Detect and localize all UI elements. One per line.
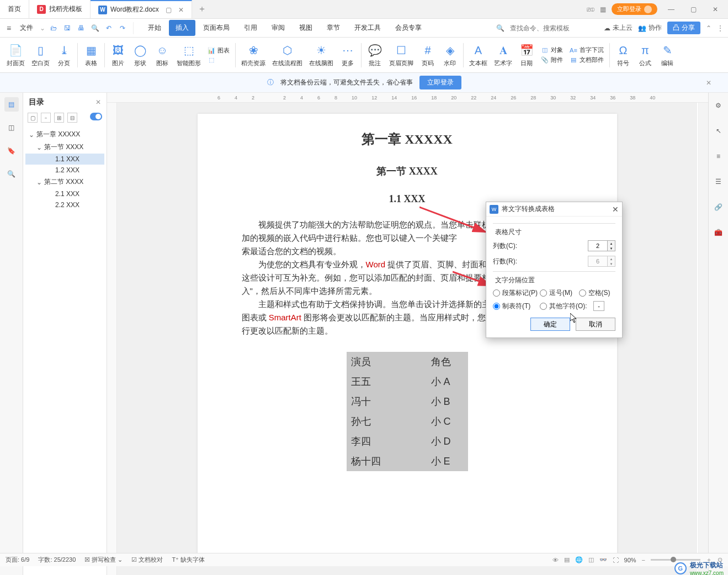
cols-up[interactable]: ▲ xyxy=(608,241,615,246)
menu-collapse-icon[interactable]: ⌃ xyxy=(706,24,711,32)
vertical-ruler[interactable] xyxy=(107,103,117,575)
status-view-read-icon[interactable]: 👓 xyxy=(599,556,607,563)
status-eye-icon[interactable]: 👁 xyxy=(552,557,559,563)
outline-tool-2[interactable]: ▫ xyxy=(41,113,51,123)
rail-right-layers-icon[interactable]: ☰ xyxy=(711,175,726,189)
file-menu[interactable]: 文件 xyxy=(20,23,33,33)
save-icon[interactable]: 🖫 xyxy=(61,22,73,34)
print-icon[interactable]: 🖶 xyxy=(75,22,87,34)
cols-spinner[interactable]: ▲▼ xyxy=(588,240,615,251)
layout-switch-icon[interactable]: ⎚① xyxy=(587,6,594,13)
menu-tab-layout[interactable]: 页面布局 xyxy=(196,20,236,36)
dialog-header[interactable]: W 将文字转换成表格 ✕ xyxy=(486,202,622,217)
ribbon-headerfooter[interactable]: ☐页眉页脚 xyxy=(386,43,417,67)
outline-tool-1[interactable]: ▢ xyxy=(28,113,38,123)
outline-tool-4[interactable]: ⊟ xyxy=(67,113,77,123)
radio-space[interactable]: 空格(S) xyxy=(579,288,616,298)
status-view-outline-icon[interactable]: ◫ xyxy=(588,556,594,563)
menu-tab-review[interactable]: 审阅 xyxy=(265,20,291,36)
zoom-fit-icon[interactable]: ⛶ xyxy=(613,557,619,563)
page-scroll-area[interactable]: 第一章 XXXXX 第一节 XXXX 1.1 XXX 视频提供了功能强大的方法帮… xyxy=(117,103,697,575)
radio-other[interactable]: 其他字符(O): xyxy=(540,301,615,311)
tab-close-icon[interactable]: ✕ xyxy=(178,6,184,14)
status-view-web-icon[interactable]: 🌐 xyxy=(575,556,583,563)
cols-down[interactable]: ▼ xyxy=(608,246,615,251)
dialog-ok-button[interactable]: 确定 xyxy=(530,318,570,331)
status-view-print-icon[interactable]: ▤ xyxy=(564,556,570,563)
rail-right-style-icon[interactable]: ≡ xyxy=(711,149,726,163)
ribbon-cover-page[interactable]: 📄封面页 xyxy=(3,43,28,67)
cols-input[interactable] xyxy=(588,241,607,251)
rail-nav-icon[interactable]: ◫ xyxy=(4,120,19,135)
backup-login-button[interactable]: 立即登录 xyxy=(419,76,461,89)
outline-close-icon[interactable]: ✕ xyxy=(95,98,101,106)
rail-right-toolbox-icon[interactable]: 🧰 xyxy=(711,225,726,240)
rail-right-settings-icon[interactable]: ⚙ xyxy=(711,98,726,113)
ribbon-mindmap[interactable]: ☀在线脑图 xyxy=(306,43,337,67)
status-font[interactable]: T⁺ 缺失字体 xyxy=(172,556,205,564)
ribbon-object[interactable]: ◫对象 xyxy=(541,46,563,54)
rail-outline-icon[interactable]: ▤ xyxy=(4,97,19,112)
window-maximize-button[interactable]: ▢ xyxy=(685,1,702,18)
ribbon-more[interactable]: ⋯更多 xyxy=(337,43,359,67)
dialog-cancel-button[interactable]: 取消 xyxy=(576,318,615,331)
outline-tool-3[interactable]: ⊞ xyxy=(54,113,64,123)
zoom-value[interactable]: 90% xyxy=(624,557,636,563)
ribbon-textbox[interactable]: A文本框 xyxy=(466,43,491,67)
outline-item-5[interactable]: 2.1 XXX xyxy=(25,188,104,199)
redo-icon[interactable]: ↷ xyxy=(116,22,129,34)
hamburger-icon[interactable]: ≡ xyxy=(4,24,13,33)
menu-tab-devtools[interactable]: 开发工具 xyxy=(348,20,387,36)
window-minimize-button[interactable]: — xyxy=(663,1,679,18)
radio-comma[interactable]: 逗号(M) xyxy=(540,288,577,298)
backup-close-icon[interactable]: ✕ xyxy=(706,79,711,87)
ribbon-table[interactable]: ▦表格 xyxy=(80,43,102,67)
selected-table-text[interactable]: 演员角色王五小 A冯十小 B孙七小 C李四小 D杨十四小 E xyxy=(347,352,468,471)
cloud-status[interactable]: ☁ 未上云 xyxy=(604,23,633,33)
share-button[interactable]: 凸 分享 xyxy=(667,22,700,34)
menu-more-icon[interactable]: ⋮ xyxy=(717,24,724,32)
ribbon-chart[interactable]: 📊图表 xyxy=(208,46,230,55)
tab-template[interactable]: D 找稻壳模板 xyxy=(29,0,91,18)
ribbon-page-break[interactable]: ⤓分页 xyxy=(53,43,75,67)
menu-tab-insert[interactable]: 插入 xyxy=(169,20,195,36)
window-close-button[interactable]: ✕ xyxy=(707,1,724,18)
rail-bookmark-icon[interactable]: 🔖 xyxy=(4,144,19,158)
rail-right-link-icon[interactable]: 🔗 xyxy=(711,200,726,214)
outline-item-4[interactable]: ⌄第二节 XXXX xyxy=(25,176,104,188)
ribbon-blank-page[interactable]: ▯空白页 xyxy=(28,43,53,67)
coop-button[interactable]: 👥 协作 xyxy=(638,23,662,33)
login-button[interactable]: 立即登录 xyxy=(612,3,657,15)
menu-tab-chapter[interactable]: 章节 xyxy=(320,20,347,36)
ribbon-docpart[interactable]: ▤文档部件 xyxy=(570,56,604,64)
tab-subwindow-icon[interactable]: ▢ xyxy=(166,6,172,14)
ribbon-flowchart[interactable]: ⬡在线流程图 xyxy=(269,43,306,67)
rail-search-icon[interactable]: 🔍 xyxy=(4,167,19,181)
vertical-scrollbar[interactable] xyxy=(698,103,708,575)
radio-tab[interactable]: 制表符(T) xyxy=(493,301,538,311)
menu-tab-reference[interactable]: 引用 xyxy=(237,20,264,36)
open-icon[interactable]: 🗁 xyxy=(47,22,60,34)
print-preview-icon[interactable]: 🔍 xyxy=(89,22,101,34)
ribbon-symbol[interactable]: Ω符号 xyxy=(612,43,634,67)
outline-item-3[interactable]: 1.2 XXX xyxy=(25,165,104,176)
zoom-out-icon[interactable]: − xyxy=(642,557,645,563)
menu-tab-view[interactable]: 视图 xyxy=(293,20,319,36)
ribbon-icon[interactable]: ☺图标 xyxy=(151,43,173,67)
ribbon-shape[interactable]: ◯形状 xyxy=(129,43,151,67)
ribbon-comment[interactable]: 💬批注 xyxy=(364,43,386,67)
apps-grid-icon[interactable]: ▦ xyxy=(600,6,606,13)
horizontal-ruler[interactable]: 642246810121416182022242628303234363840 xyxy=(107,93,708,103)
outline-item-2[interactable]: 1.1 XXX xyxy=(25,154,104,165)
ribbon-pagenum[interactable]: #页码 xyxy=(417,43,439,67)
ribbon-date[interactable]: 📅日期 xyxy=(516,43,538,67)
ribbon-formula[interactable]: π公式 xyxy=(634,43,656,67)
ribbon-attachment[interactable]: 📎附件 xyxy=(541,56,563,64)
ribbon-daoke[interactable]: ❀稻壳资源 xyxy=(238,43,269,67)
outline-item-0[interactable]: ⌄第一章 XXXXX xyxy=(25,128,104,141)
ribbon-image[interactable]: 🖼图片 xyxy=(107,43,129,67)
search-input[interactable] xyxy=(510,24,598,32)
ribbon-ole[interactable]: ⬚ xyxy=(208,56,230,64)
outline-item-6[interactable]: 2.2 XXX xyxy=(25,199,104,210)
ribbon-watermark[interactable]: ◈水印 xyxy=(439,43,461,67)
